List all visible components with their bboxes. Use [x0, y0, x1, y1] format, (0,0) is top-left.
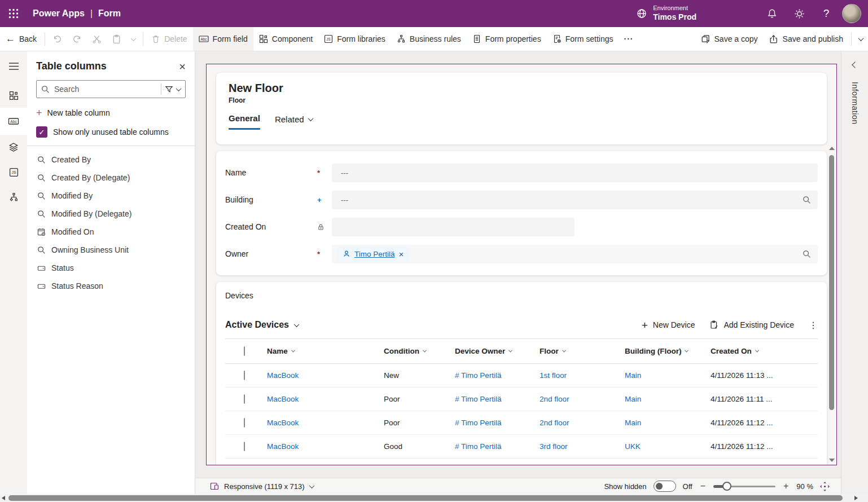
device-owner-link[interactable]: # Timo Pertilä [455, 395, 540, 403]
device-owner-link[interactable]: # Timo Pertilä [455, 442, 540, 451]
app-title[interactable]: Power Apps [33, 8, 85, 19]
environment-picker[interactable]: Environment Timos Prod [636, 5, 696, 22]
table-row[interactable]: MacBook Poor # Timo Pertilä 2nd floor Ma… [225, 387, 818, 411]
building-link[interactable]: Main [625, 419, 711, 427]
row-checkbox[interactable] [244, 371, 245, 380]
building-field-input[interactable]: --- [332, 191, 818, 209]
more-commands-button[interactable]: ··· [619, 27, 638, 51]
zoom-slider[interactable] [713, 482, 775, 491]
owner-pill[interactable]: Timo Pertilä × [337, 247, 409, 261]
save-options-dropdown[interactable] [854, 27, 868, 51]
owner-field-input[interactable]: Timo Pertilä × [332, 245, 818, 263]
column-item-owning-business-unit[interactable]: Owning Business Unit [27, 241, 195, 259]
scrollbar-thumb[interactable] [8, 495, 843, 501]
sidebar-menu-button[interactable] [0, 54, 27, 78]
add-existing-device-button[interactable]: Add Existing Device [709, 320, 794, 329]
building-link[interactable]: Main [625, 395, 711, 403]
building-link[interactable]: Main [625, 371, 711, 380]
canvas-vertical-scrollbar[interactable] [828, 147, 835, 462]
column-item-modified-on[interactable]: Modified On [27, 223, 195, 241]
scroll-left-arrow[interactable] [2, 496, 5, 500]
new-device-button[interactable]: + New Device [642, 320, 695, 331]
redo-button[interactable] [67, 27, 87, 51]
scrollbar-thumb[interactable] [829, 155, 834, 410]
device-name-link[interactable]: MacBook [267, 442, 384, 451]
search-input[interactable] [53, 84, 157, 94]
show-hidden-toggle[interactable] [654, 481, 676, 492]
back-button[interactable]: ← Back [0, 27, 42, 51]
building-link[interactable]: UKK [625, 442, 711, 451]
column-item-modified-by-delegate[interactable]: Modified By (Delegate) [27, 205, 195, 223]
table-row[interactable]: MacBook Poor # Timo Pertilä 2nd floor Ma… [225, 411, 818, 435]
new-table-column-button[interactable]: + New table column [27, 102, 195, 123]
rail-components-button[interactable] [0, 83, 27, 108]
device-name-link[interactable]: MacBook [267, 395, 384, 403]
column-item-modified-by[interactable]: Modified By [27, 187, 195, 205]
close-icon[interactable]: × [179, 61, 186, 72]
paste-dropdown-button[interactable] [126, 27, 141, 51]
rail-business-rules-button[interactable] [0, 184, 27, 209]
scroll-down-arrow[interactable] [829, 459, 835, 462]
created-on-field-input[interactable] [332, 218, 575, 236]
select-all-checkbox[interactable] [244, 346, 245, 356]
device-name-link[interactable]: MacBook [267, 419, 384, 427]
notifications-button[interactable] [759, 0, 786, 27]
form-field-button[interactable]: Abc Form field [193, 27, 253, 51]
form-preview-canvas[interactable]: New Floor Floor General Related [206, 64, 837, 465]
form-properties-button[interactable]: Form properties [467, 27, 547, 51]
tab-general[interactable]: General [229, 113, 260, 130]
component-button[interactable]: Component [253, 27, 318, 51]
row-checkbox[interactable] [244, 394, 245, 404]
save-and-publish-button[interactable]: Save and publish [764, 27, 849, 51]
delete-button[interactable]: Delete [146, 27, 192, 51]
view-selector[interactable]: Active Devices [225, 320, 299, 330]
waffle-menu-icon[interactable] [0, 0, 27, 27]
field-row-building[interactable]: Building + --- [225, 186, 818, 213]
column-header-device-owner[interactable]: Device Owner [455, 347, 540, 355]
floor-link[interactable]: 2nd floor [540, 419, 625, 427]
remove-owner-icon[interactable]: × [399, 249, 404, 259]
filter-icon[interactable] [165, 85, 173, 94]
form-libraries-button[interactable]: JS Form libraries [318, 27, 391, 51]
scroll-right-arrow[interactable] [854, 496, 858, 500]
responsive-layout-selector[interactable]: Responsive (1119 x 713) [210, 482, 314, 491]
slider-handle[interactable] [722, 482, 731, 491]
owner-link[interactable]: Timo Pertilä [354, 250, 395, 258]
table-row[interactable]: MacBook Good # Timo Pertilä 3rd floor UK… [225, 435, 818, 459]
avatar[interactable] [842, 4, 861, 23]
information-panel-collapsed[interactable]: Information [841, 51, 868, 494]
form-header-card[interactable]: New Floor Floor General Related [216, 73, 827, 144]
save-a-copy-button[interactable]: Save a copy [695, 27, 764, 51]
expand-panel-icon[interactable] [852, 61, 858, 68]
fit-to-screen-icon[interactable] [820, 482, 830, 491]
column-header-floor[interactable]: Floor [540, 347, 625, 355]
subgrid-more-icon[interactable]: ⋮ [809, 320, 818, 331]
lookup-search-icon[interactable] [803, 250, 811, 258]
rail-tree-view-button[interactable] [0, 135, 27, 160]
settings-button[interactable] [786, 0, 813, 27]
row-checkbox[interactable] [244, 418, 245, 428]
checkbox-checked-icon[interactable]: ✓ [36, 126, 47, 138]
device-owner-link[interactable]: # Timo Pertilä [455, 419, 540, 427]
column-header-name[interactable]: Name [267, 347, 384, 355]
floor-link[interactable]: 1st floor [540, 371, 625, 380]
scroll-up-arrow[interactable] [829, 147, 835, 150]
table-row[interactable]: MacBook New # Timo Pertilä 1st floor Mai… [225, 364, 818, 387]
rail-table-columns-button[interactable]: Abc [0, 108, 27, 135]
filter-chevron-icon[interactable] [176, 86, 182, 91]
rail-form-libraries-button[interactable]: JS [0, 160, 27, 184]
column-item-created-by-delegate[interactable]: Created By (Delegate) [27, 169, 195, 187]
column-item-status[interactable]: Status [27, 259, 195, 277]
horizontal-scrollbar[interactable] [0, 494, 868, 502]
lookup-search-icon[interactable] [803, 196, 811, 204]
zoom-in-button[interactable]: + [782, 481, 790, 491]
column-item-created-by[interactable]: Created By [27, 151, 195, 169]
undo-button[interactable] [47, 27, 67, 51]
column-item-status-reason[interactable]: Status Reason [27, 277, 195, 295]
column-header-created-on[interactable]: Created On [711, 347, 818, 355]
name-field-input[interactable]: --- [332, 164, 818, 182]
help-button[interactable]: ? [813, 0, 840, 27]
business-rules-button[interactable]: Business rules [391, 27, 467, 51]
zoom-out-button[interactable]: − [699, 481, 707, 491]
field-row-created-on[interactable]: Created On [225, 213, 818, 240]
